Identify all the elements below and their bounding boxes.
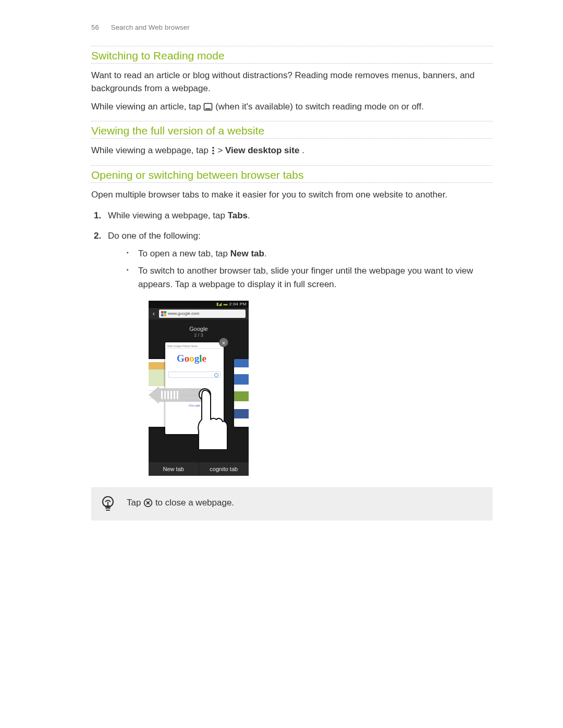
card-subtabs: Web Images Places News (165, 342, 224, 349)
overflow-menu-icon (211, 145, 215, 158)
bold-text: View desktop site (225, 145, 299, 155)
battery-icon: ▬ (223, 302, 228, 306)
section-title: Switching to Reading mode (91, 50, 225, 61)
section-title: Viewing the full version of a website (91, 125, 264, 137)
section-heading-reading: Switching to Reading mode (91, 46, 493, 64)
text-run: Do one of the following: (108, 231, 201, 241)
text-run: . (248, 211, 250, 220)
paragraph: Want to read an article or blog without … (91, 69, 493, 95)
page-number: 56 (91, 23, 109, 31)
url-bar: ‹ www.google.com (149, 308, 249, 319)
step-item: While viewing a webpage, tap Tabs. (104, 208, 493, 223)
bold-text: New tab (230, 249, 264, 258)
hand-gesture-icon (194, 388, 228, 450)
svg-rect-2 (212, 147, 214, 149)
tab-title: Google (189, 326, 207, 332)
phone-screenshot: ▮◢ ▬ 2:04 PM ‹ www.google.com Google 2 /… (149, 301, 249, 476)
document-page: 56 Search and Web browser Switching to R… (0, 0, 563, 521)
step-item: Do one of the following: To open a new t… (104, 229, 493, 476)
bullet-list: To open a new tab, tap New tab. To switc… (127, 247, 493, 291)
google-logo: Google (165, 353, 224, 368)
url-field: www.google.com (159, 310, 246, 318)
bullet-item: To switch to another browser tab, slide … (127, 264, 493, 292)
text-run: (when it's available) to switch reading … (215, 102, 424, 112)
status-bar: ▮◢ ▬ 2:04 PM (149, 301, 249, 308)
svg-rect-4 (212, 153, 214, 154)
page-header: 56 Search and Web browser (91, 23, 493, 31)
text-run: to close a webpage. (155, 498, 234, 508)
bold-text: Tabs (228, 211, 248, 220)
new-tab-button: New tab (149, 462, 199, 476)
paragraph: While viewing a webpage, tap > View desk… (91, 144, 493, 158)
section-title: Opening or switching between browser tab… (91, 169, 303, 181)
text-run: To open a new tab, tap (138, 249, 230, 258)
search-box (168, 372, 221, 378)
close-tab-icon: × (219, 338, 228, 347)
text-run: While viewing an article, tap (91, 102, 203, 112)
paragraph: Open multiple browser tabs to make it ea… (91, 188, 493, 201)
svg-rect-7 (161, 314, 164, 317)
text-run: While viewing a webpage, tap (108, 211, 228, 220)
text-run: Tap (127, 498, 143, 508)
section-heading-tabs: Opening or switching between browser tab… (91, 165, 493, 183)
section-heading-fullversion: Viewing the full version of a website (91, 121, 493, 139)
reading-mode-icon (203, 102, 213, 115)
svg-text:Google: Google (177, 353, 206, 364)
text-run: . (264, 249, 267, 258)
bullet-item: To open a new tab, tap New tab. (127, 247, 493, 261)
svg-rect-1 (205, 108, 211, 109)
tab-card-right (234, 359, 249, 427)
text-run: . (302, 145, 304, 155)
tab-title-block: Google 2 / 3 (149, 326, 249, 338)
tip-box: Tap to close a webpage. (91, 487, 493, 521)
tip-bulb-icon (101, 496, 115, 512)
close-circle-icon (143, 498, 153, 510)
favicon-icon (161, 311, 166, 316)
svg-rect-5 (161, 311, 164, 314)
ordered-steps: While viewing a webpage, tap Tabs. Do on… (104, 208, 493, 476)
phone-bottom-bar: New tab cognito tab (149, 462, 249, 476)
svg-rect-8 (164, 314, 167, 317)
incognito-tab-button: cognito tab (199, 462, 249, 476)
back-icon: ‹ (149, 309, 159, 319)
paragraph: While viewing an article, tap (when it's… (91, 100, 493, 115)
tab-counter: 2 / 3 (149, 332, 249, 338)
url-text: www.google.com (168, 311, 199, 317)
chapter-title: Search and Web browser (111, 23, 190, 31)
text-run: While viewing a webpage, tap (91, 145, 211, 155)
svg-rect-6 (164, 311, 167, 314)
svg-rect-3 (212, 150, 214, 152)
signal-icon: ▮◢ (216, 302, 224, 306)
tip-text: Tap to close a webpage. (127, 498, 234, 510)
text-run: > (217, 145, 225, 155)
clock-text: 2:04 PM (229, 302, 247, 306)
